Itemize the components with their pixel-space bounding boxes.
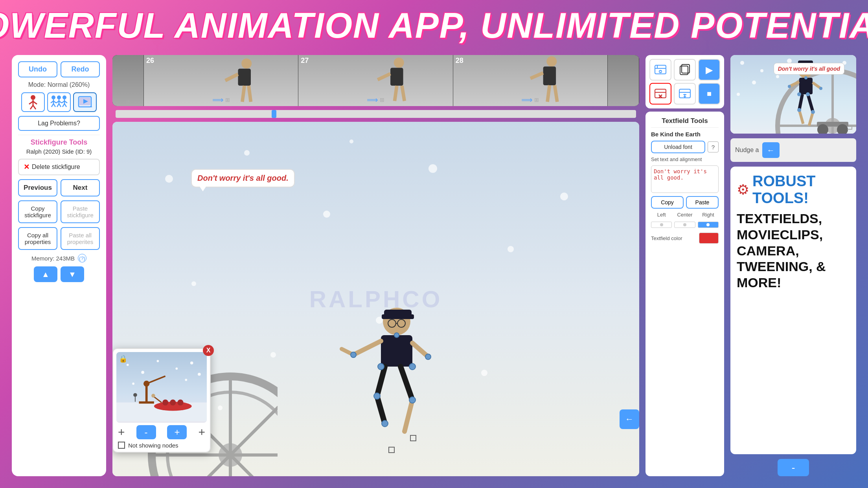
resize-handle[interactable] — [848, 125, 852, 130]
svg-rect-108 — [389, 447, 394, 453]
timeline-frame-partial-left[interactable]: ⊞ — [112, 55, 144, 106]
delete-scene-button[interactable] — [649, 83, 671, 105]
align-center-dot[interactable] — [674, 222, 695, 228]
mini-minus-button[interactable]: - — [136, 425, 156, 439]
memory-help-button[interactable]: (?) — [78, 254, 86, 262]
copy-stickfigure-button[interactable]: Copy stickfigure — [18, 200, 57, 223]
mini-left-button[interactable]: + — [118, 426, 125, 439]
single-figure-tool[interactable] — [21, 92, 45, 112]
scrubber-bar[interactable] — [116, 110, 636, 118]
timeline-frame-27[interactable]: 27 ⟹ ⊞ — [298, 55, 453, 106]
main-character[interactable] — [334, 298, 444, 464]
svg-point-36 — [31, 95, 35, 100]
prev-next-row: Previous Next — [18, 179, 100, 196]
svg-point-54 — [63, 95, 66, 99]
svg-point-122 — [141, 371, 144, 374]
textfield-textarea[interactable]: Don't worry it's all good. — [651, 165, 719, 193]
svg-line-41 — [33, 105, 36, 109]
timeline-frame-28[interactable]: 28 ⟹ ⊞ — [453, 55, 608, 106]
svg-point-105 — [382, 420, 388, 427]
textfield-color-swatch[interactable] — [699, 233, 719, 244]
lag-problems-button[interactable]: Lag Problems? — [18, 116, 100, 131]
frame-26-arrow: ⟹ — [212, 95, 224, 105]
bottom-minus-button[interactable]: - — [778, 459, 809, 476]
textfield-copy-button[interactable]: Copy — [651, 196, 684, 209]
svg-point-107 — [425, 354, 431, 360]
delete-x-icon: ✕ — [24, 163, 29, 171]
stop-button[interactable]: ■ — [698, 83, 720, 105]
svg-rect-70 — [390, 68, 403, 86]
robust-title: ROBUST TOOLS! — [752, 173, 850, 207]
bottom-minus-area: - — [730, 459, 856, 476]
svg-line-98 — [401, 367, 412, 400]
multi-figure-tool[interactable] — [47, 92, 71, 112]
svg-rect-109 — [410, 435, 416, 441]
align-right-dot[interactable] — [698, 222, 719, 228]
frame-27-number: 27 — [301, 57, 309, 65]
textfield-help-button[interactable]: ? — [708, 141, 719, 152]
svg-line-53 — [59, 104, 61, 107]
left-panel: Undo Redo Mode: Normal (260%) — [12, 55, 106, 476]
scrubber-area — [112, 109, 639, 119]
play-button[interactable]: ▶ — [698, 59, 720, 81]
svg-point-118 — [177, 400, 183, 405]
align-center-label: Center — [674, 212, 695, 218]
svg-line-96 — [377, 367, 385, 396]
textfield-paste-button[interactable]: Paste — [686, 196, 719, 209]
timeline-frame-26[interactable]: 26 ⟹ ⊞ — [144, 55, 298, 106]
export-button[interactable] — [674, 83, 696, 105]
playback-controls: ▶ ■ — [645, 55, 724, 108]
svg-point-172 — [797, 92, 801, 96]
svg-point-101 — [378, 363, 384, 370]
svg-line-113 — [147, 376, 166, 383]
svg-line-93 — [353, 341, 381, 355]
memory-row: Memory: 243MB (?) — [18, 254, 100, 262]
svg-point-48 — [57, 95, 61, 99]
previous-button[interactable]: Previous — [18, 179, 57, 196]
undo-redo-row: Undo Redo — [18, 61, 100, 77]
redo-button[interactable]: Redo — [61, 61, 100, 77]
speech-bubble: Don't worry it's all good. — [191, 169, 295, 187]
scene-tool[interactable] — [73, 92, 97, 112]
copy-frame-button[interactable] — [674, 59, 696, 81]
svg-point-116 — [162, 400, 168, 405]
mini-plus-button[interactable]: + — [167, 425, 187, 439]
import-scene-button[interactable] — [649, 59, 671, 81]
svg-point-124 — [175, 367, 178, 370]
svg-point-156 — [752, 81, 756, 84]
move-up-button[interactable]: ▲ — [34, 266, 57, 282]
not-showing-nodes-checkbox[interactable] — [118, 442, 125, 449]
nudge-area: Nudge a ← — [730, 138, 856, 162]
svg-line-40 — [30, 105, 33, 109]
move-down-button[interactable]: ▼ — [61, 266, 84, 282]
paste-all-properties-button[interactable]: Paste all properites — [61, 227, 100, 250]
undo-button[interactable]: Undo — [18, 61, 57, 77]
mini-right-button[interactable]: + — [198, 426, 205, 439]
navigate-left-button[interactable]: ← — [620, 409, 639, 429]
delete-stickfigure-button[interactable]: ✕ Delete stickfigure — [18, 159, 100, 175]
robust-icon: ⚙ — [737, 182, 749, 198]
right-arrow-area: ← — [620, 409, 639, 429]
textfield-tools-title: Textfield Tools — [651, 117, 719, 128]
timeline-frame-partial-right[interactable] — [608, 55, 639, 106]
mini-controls: + - + + — [116, 425, 207, 439]
svg-point-103 — [374, 393, 380, 399]
mini-popup-close-button[interactable]: X — [203, 345, 214, 356]
svg-rect-92 — [381, 335, 412, 367]
scrubber-handle[interactable] — [272, 110, 276, 118]
nudge-left-button[interactable]: ← — [762, 142, 780, 158]
copy-all-properties-button[interactable]: Copy all properties — [18, 227, 57, 250]
next-button[interactable]: Next — [61, 179, 100, 196]
svg-rect-88 — [382, 314, 414, 319]
svg-line-68 — [225, 74, 238, 81]
svg-point-128 — [198, 373, 201, 376]
svg-rect-75 — [543, 66, 556, 85]
stickfigure-subtitle: Ralph (2020) Side (ID: 9) — [18, 148, 100, 155]
align-left-dot[interactable] — [651, 222, 672, 228]
paste-stickfigure-button[interactable]: Paste stickfigure — [61, 200, 100, 223]
timeline-strip: ⊞ 26 ⟹ ⊞ — [112, 55, 639, 106]
frame-28-number: 28 — [456, 57, 463, 65]
svg-point-74 — [546, 56, 557, 66]
unload-font-button[interactable]: Unload font — [651, 141, 705, 153]
svg-line-59 — [64, 104, 66, 107]
